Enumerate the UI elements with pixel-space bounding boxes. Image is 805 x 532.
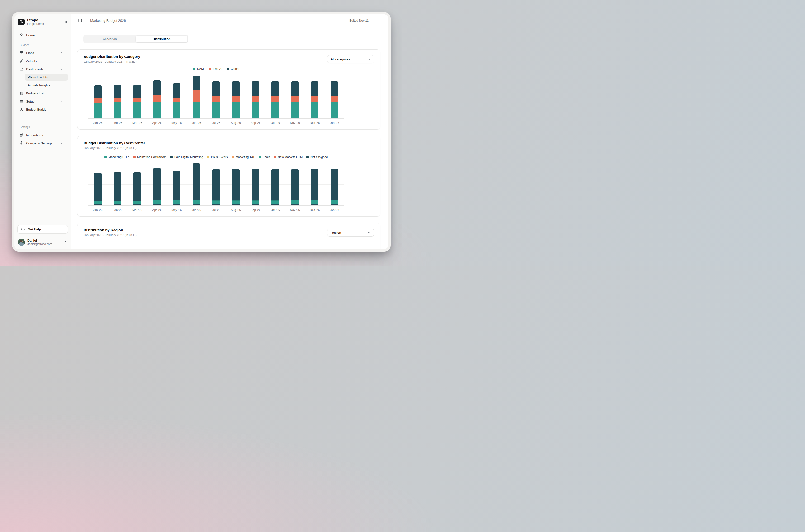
tab-allocation[interactable]: Allocation — [84, 35, 135, 42]
user-email: daniel@etropo.com — [27, 243, 64, 246]
sidebar-item-home[interactable]: Home — [17, 32, 68, 39]
bar-segment-paid-digital-marketing — [94, 204, 102, 205]
x-axis-labels: Jan '26Feb '26Mar '26Apr '26May '26Jun '… — [88, 121, 344, 125]
x-axis-tick-label: Apr '26 — [147, 121, 167, 125]
bar-segment-global — [311, 81, 318, 96]
bar-slot — [325, 163, 344, 206]
stacked-bar-chart-cost-center: Marketing FTEsMarketing ContractorsPaid … — [88, 155, 344, 212]
get-help-button[interactable]: Get Help — [17, 225, 68, 234]
blocks-icon — [20, 133, 23, 137]
x-axis-tick-label: Apr '26 — [147, 208, 167, 212]
legend-swatch — [274, 156, 276, 158]
bar-slot — [167, 163, 186, 206]
bar-segment-global — [291, 81, 299, 96]
chart-legend: Marketing FTEsMarketing ContractorsPaid … — [88, 155, 344, 159]
sidebar-item-label: Actuals — [26, 59, 60, 63]
bar-slot — [305, 75, 325, 118]
bar-segment-marketing-ftes — [311, 205, 318, 206]
org-name: Etropo — [27, 18, 65, 22]
bar-segment-global — [193, 76, 200, 90]
user-text: Daniel daniel@etropo.com — [27, 239, 64, 246]
home-icon — [20, 33, 23, 37]
legend-label: Tools — [263, 155, 270, 159]
sidebar-item-company-settings[interactable]: Company Settings — [17, 139, 68, 147]
bar-segment-not-assigned — [133, 172, 141, 201]
bar-slot — [325, 75, 344, 118]
bar-segment-emea — [252, 96, 259, 102]
bar-slot — [167, 75, 186, 118]
bar-segment-emea — [133, 98, 141, 102]
sidebar-item-label: Budget Buddy — [26, 108, 66, 111]
sidebar-item-plans[interactable]: Plans — [17, 49, 68, 56]
sidebar-subitem-plans-insights[interactable]: Plans Insights — [25, 74, 68, 81]
stacked-bar-chart-category: NAMEMEAGlobalJan '26Feb '26Mar '26Apr '2… — [88, 67, 344, 125]
sidebar-item-budgets-list[interactable]: Budgets List — [17, 90, 68, 97]
bars-layer — [88, 75, 344, 118]
legend-label: PR & Events — [211, 155, 228, 159]
top-bar-right: Edited Nov 11 — [349, 17, 382, 24]
bar-segment-tools — [114, 201, 121, 203]
bar-segment-global — [94, 86, 102, 98]
x-axis-tick-label: Jul '26 — [206, 208, 226, 212]
bar-segment-not-assigned — [173, 171, 181, 200]
bar-segment-emea — [193, 90, 200, 102]
sidebar-toggle-button[interactable] — [77, 17, 83, 24]
legend-item: EMEA — [209, 67, 221, 71]
legend-label: Paid Digital Marketing — [174, 155, 203, 159]
org-switcher[interactable]: Etropo Etropo Demo — [17, 18, 68, 26]
kebab-menu-button[interactable] — [376, 17, 382, 24]
bar-segment-paid-digital-marketing — [173, 204, 181, 205]
legend-label: Marketing T&E — [236, 155, 255, 159]
bar-segment-paid-digital-marketing — [153, 204, 161, 205]
category-filter-select[interactable]: All categories — [327, 55, 374, 63]
sidebar-item-integrations[interactable]: Integrations — [17, 131, 68, 138]
sidebar-item-actuals[interactable]: Actuals — [17, 57, 68, 64]
x-axis-tick-label: Nov '26 — [285, 208, 305, 212]
chevrons-up-down-icon — [64, 240, 68, 244]
section-label-settings: Settings — [17, 125, 68, 130]
sidebar-item-setup[interactable]: Setup — [17, 98, 68, 105]
bar-segment-emea — [291, 96, 299, 102]
bar-segment-not-assigned — [212, 169, 220, 200]
chart-title: Budget Distribution by Cost Center — [84, 141, 374, 146]
tab-distribution[interactable]: Distribution — [135, 35, 188, 42]
bar-slot — [108, 163, 127, 206]
bar-segment-not-assigned — [271, 169, 279, 200]
stacked-bar-nov-26 — [291, 169, 299, 206]
bar-segment-global — [153, 80, 161, 95]
bar-segment-marketing-ftes — [271, 205, 279, 206]
bar-slot — [246, 163, 266, 206]
legend-item: Tools — [259, 155, 270, 159]
sidebar-bottom: Get Help Daniel daniel@etropo.com — [17, 225, 68, 247]
bar-segment-global — [173, 83, 181, 98]
bar-slot — [206, 75, 226, 118]
x-axis-labels: Jan '26Feb '26Mar '26Apr '26May '26Jun '… — [88, 208, 344, 212]
bar-segment-tools — [291, 200, 299, 204]
bar-segment-emea — [114, 98, 121, 102]
x-axis-tick-label: Sep '26 — [246, 121, 266, 125]
legend-swatch — [306, 156, 309, 158]
bar-segment-tools — [193, 200, 200, 204]
gear-icon — [20, 141, 23, 145]
sidebar-item-dashboards[interactable]: Dashboards — [17, 65, 68, 73]
user-menu[interactable]: Daniel daniel@etropo.com — [18, 239, 68, 246]
bar-slot — [305, 163, 325, 206]
gridline — [88, 118, 344, 119]
bar-slot — [226, 163, 246, 206]
x-axis-tick-label: Aug '26 — [226, 121, 246, 125]
sidebar-subitem-actuals-insights[interactable]: Actuals Insights — [25, 82, 68, 89]
stacked-bar-jul-26 — [212, 169, 220, 206]
bar-slot — [88, 75, 108, 118]
bar-slot — [127, 75, 147, 118]
bar-segment-global — [252, 81, 259, 96]
region-filter-select[interactable]: Region — [327, 228, 374, 236]
sliders-icon — [20, 99, 23, 103]
sidebar-item-budget-buddy[interactable]: Budget Buddy — [17, 106, 68, 113]
bar-segment-global — [114, 85, 121, 98]
stacked-bar-jan-27 — [331, 81, 338, 118]
chevron-down-icon — [367, 231, 371, 234]
bar-slot — [285, 75, 305, 118]
user-name: Daniel — [27, 239, 64, 243]
bar-segment-marketing-ftes — [114, 205, 121, 206]
stacked-bar-jan-27 — [331, 169, 338, 206]
